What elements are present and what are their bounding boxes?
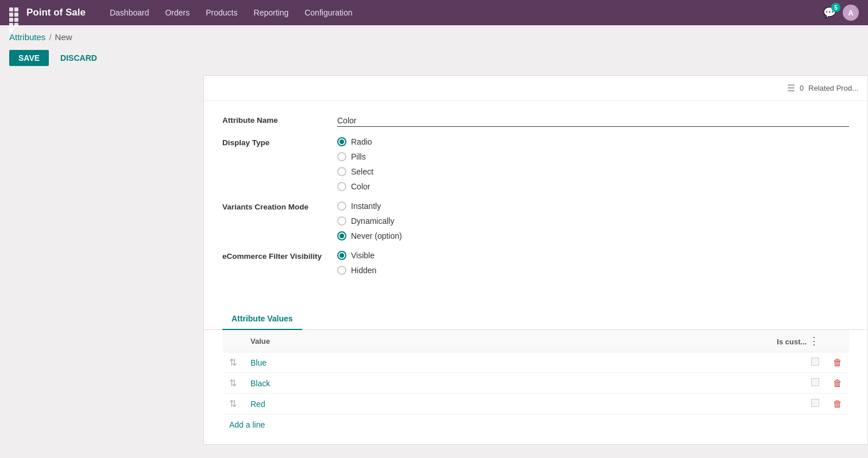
nav-orders[interactable]: Orders [157, 0, 198, 25]
related-count: 0 [800, 84, 804, 92]
list-icon: ☰ [787, 83, 795, 94]
display-type-field: Radio Pills Select Color [337, 137, 849, 191]
col-is-custom-header: Is cust... ⋮ [757, 330, 826, 352]
attribute-name-row: Attribute Name [222, 115, 849, 127]
delete-row-button[interactable]: 🗑 [833, 399, 842, 409]
radio-color[interactable]: Color [337, 182, 849, 191]
related-bar: ☰ 0 Related Prod... [204, 76, 867, 101]
is-custom-checkbox[interactable] [811, 399, 819, 407]
variants-row: Variants Creation Mode Instantly Dynamic… [222, 201, 849, 240]
radio-never-circle [337, 231, 346, 240]
attribute-name-label: Attribute Name [222, 115, 337, 125]
is-custom-checkbox[interactable] [811, 358, 819, 366]
drag-handle-icon[interactable]: ⇅ [229, 399, 237, 409]
radio-instantly-circle [337, 201, 346, 211]
breadcrumb-current: New [55, 32, 72, 42]
avatar[interactable]: A [843, 5, 859, 21]
radio-hidden[interactable]: Hidden [337, 266, 849, 275]
breadcrumb-parent[interactable]: Attributes [9, 32, 45, 42]
radio-select-label: Select [351, 167, 373, 176]
breadcrumb: Attributes / New [9, 32, 859, 42]
nav-menu: Dashboard Orders Products Reporting Conf… [102, 0, 361, 25]
ecommerce-field: Visible Hidden [337, 251, 849, 275]
breadcrumb-area: Attributes / New [0, 25, 868, 46]
radio-dynamically-circle [337, 216, 346, 226]
related-label: Related Prod... [808, 84, 858, 92]
radio-dynamically[interactable]: Dynamically [337, 216, 849, 226]
radio-hidden-circle [337, 266, 346, 275]
variants-field: Instantly Dynamically Never (option) [337, 201, 849, 240]
variants-radio-group: Instantly Dynamically Never (option) [337, 201, 849, 240]
radio-color-label: Color [351, 182, 370, 191]
attribute-name-input[interactable] [337, 115, 849, 127]
radio-pills-circle [337, 152, 346, 161]
nav-dashboard[interactable]: Dashboard [102, 0, 157, 25]
radio-radio-label: Radio [351, 137, 372, 146]
col-delete-header [826, 330, 849, 352]
radio-radio-circle [337, 137, 346, 146]
value-link[interactable]: Blue [250, 358, 267, 367]
tab-attribute-values[interactable]: Attribute Values [222, 308, 302, 330]
radio-visible-label: Visible [351, 251, 375, 260]
action-bar: SAVE DISCARD [0, 46, 868, 75]
display-type-row: Display Type Radio Pills Select [222, 137, 849, 191]
table-row: ⇅ Black 🗑 [222, 373, 849, 394]
attribute-values-table: Value Is cust... ⋮ ⇅ Blue 🗑 [222, 330, 849, 414]
drag-handle-icon[interactable]: ⇅ [229, 378, 237, 388]
radio-instantly[interactable]: Instantly [337, 201, 849, 211]
col-drag [222, 330, 244, 352]
add-line-link[interactable]: Add a line [222, 414, 272, 435]
radio-pills-label: Pills [351, 152, 366, 161]
save-button[interactable]: SAVE [9, 50, 49, 66]
radio-never[interactable]: Never (option) [337, 231, 849, 240]
table-header-row: Value Is cust... ⋮ [222, 330, 849, 352]
radio-never-label: Never (option) [351, 231, 402, 240]
table-row: ⇅ Blue 🗑 [222, 352, 849, 373]
delete-row-button[interactable]: 🗑 [833, 378, 842, 389]
radio-instantly-label: Instantly [351, 201, 381, 211]
topnav: Point of Sale Dashboard Orders Products … [0, 0, 868, 25]
radio-visible[interactable]: Visible [337, 251, 849, 260]
radio-visible-circle [337, 251, 346, 260]
tabs-bar: Attribute Values [204, 308, 867, 330]
messages-badge[interactable]: 💬 5 [823, 6, 836, 19]
nav-reporting[interactable]: Reporting [246, 0, 297, 25]
table-row: ⇅ Red 🗑 [222, 394, 849, 414]
delete-row-button[interactable]: 🗑 [833, 358, 842, 368]
nav-products[interactable]: Products [198, 0, 245, 25]
display-type-label: Display Type [222, 137, 337, 147]
form-section: Attribute Name Display Type Radio Pills [204, 101, 867, 299]
radio-select-circle [337, 167, 346, 176]
grid-icon[interactable] [9, 7, 20, 18]
nav-configuration[interactable]: Configuration [296, 0, 360, 25]
value-link[interactable]: Black [250, 379, 270, 388]
radio-pills[interactable]: Pills [337, 152, 849, 161]
attribute-name-field [337, 115, 849, 127]
radio-hidden-label: Hidden [351, 266, 376, 275]
ecommerce-radio-group: Visible Hidden [337, 251, 849, 275]
col-value-header: Value [244, 330, 757, 352]
discard-button[interactable]: DISCARD [53, 50, 104, 66]
table-wrapper: Value Is cust... ⋮ ⇅ Blue 🗑 [204, 330, 867, 444]
app-title: Point of Sale [26, 7, 86, 18]
main-content: ☰ 0 Related Prod... Attribute Name Displ… [203, 75, 868, 445]
breadcrumb-separator: / [49, 32, 51, 42]
variants-label: Variants Creation Mode [222, 201, 337, 211]
radio-radio[interactable]: Radio [337, 137, 849, 146]
drag-handle-icon[interactable]: ⇅ [229, 358, 237, 367]
message-count: 5 [831, 3, 840, 12]
radio-select[interactable]: Select [337, 167, 849, 176]
is-custom-checkbox[interactable] [811, 378, 819, 386]
value-link[interactable]: Red [250, 399, 265, 409]
related-products-button[interactable]: ☰ 0 Related Prod... [787, 83, 858, 94]
column-menu-button[interactable]: ⋮ [809, 335, 819, 347]
ecommerce-row: eCommerce Filter Visibility Visible Hidd… [222, 251, 849, 275]
topnav-right: 💬 5 A [823, 5, 859, 21]
radio-color-circle [337, 182, 346, 191]
ecommerce-label: eCommerce Filter Visibility [222, 251, 337, 261]
radio-dynamically-label: Dynamically [351, 216, 394, 226]
display-type-radio-group: Radio Pills Select Color [337, 137, 849, 191]
